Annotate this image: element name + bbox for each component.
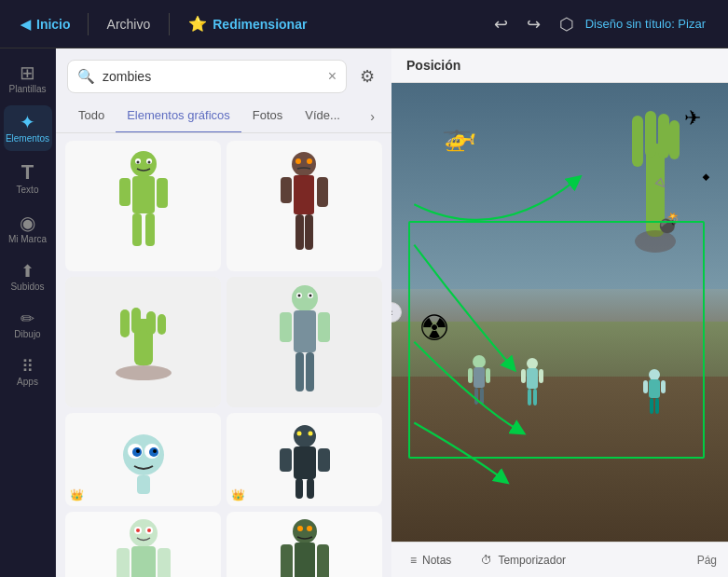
svg-point-50 [308, 432, 312, 436]
clear-search-button[interactable]: × [328, 69, 337, 84]
share-button[interactable]: ⬡ [552, 8, 582, 40]
svg-rect-46 [318, 448, 330, 472]
svg-point-120 [527, 358, 538, 369]
position-header: Posición [391, 48, 728, 83]
elements-grid: 👑 👑 [56, 133, 391, 577]
filter-button[interactable]: ⚙ [354, 61, 380, 92]
grid-item[interactable] [227, 141, 382, 271]
texto-icon: T [21, 162, 34, 183]
scene-background: 🚁 ✈ ⬥ ☢ [391, 83, 728, 542]
page-indicator: Pág [697, 554, 717, 567]
bomb-icon: 💣 [657, 212, 680, 234]
redo-button[interactable]: ↪ [519, 8, 548, 40]
timer-label: Temporizador [498, 554, 566, 567]
plantillas-label: Plantillas [8, 85, 46, 94]
svg-rect-110 [645, 111, 656, 158]
svg-rect-16 [305, 214, 313, 250]
nav-separator-2 [169, 13, 170, 35]
svg-point-40 [136, 449, 140, 453]
filter-icon: ⚙ [360, 67, 375, 86]
grid-item[interactable]: 👑 [227, 512, 382, 577]
svg-rect-111 [658, 114, 669, 158]
svg-rect-30 [306, 352, 314, 392]
svg-rect-53 [117, 548, 130, 577]
svg-rect-54 [158, 548, 171, 577]
svg-rect-64 [317, 544, 329, 577]
svg-rect-124 [528, 389, 531, 405]
timer-button[interactable]: ⏱ Temporizador [474, 550, 573, 570]
sidebar-item-elementos[interactable]: ✦ Elementos [4, 105, 52, 151]
svg-rect-118 [474, 388, 478, 405]
sidebar-item-subidos[interactable]: ⬆ Subidos [4, 255, 52, 299]
svg-rect-131 [655, 398, 659, 414]
back-button[interactable]: ◀ Inicio [11, 11, 80, 37]
zombie-small-3 [641, 368, 667, 422]
jet-2: ⬥ [701, 166, 711, 185]
svg-rect-130 [650, 398, 653, 414]
svg-point-43 [294, 425, 316, 447]
svg-point-49 [296, 432, 301, 436]
svg-rect-127 [649, 379, 660, 398]
apps-icon: ⠿ [21, 358, 34, 375]
texto-label: Texto [17, 185, 39, 195]
tab-video[interactable]: Víde... [294, 101, 351, 133]
grid-item[interactable] [227, 277, 382, 407]
svg-rect-128 [643, 380, 648, 393]
svg-rect-125 [533, 389, 537, 405]
marca-label: Mi Marca [8, 235, 47, 244]
undo-icon: ↩ [494, 14, 508, 34]
resize-button[interactable]: ⭐ Redimensionar [177, 9, 318, 38]
sidebar-item-dibujo[interactable]: ✏ Dibujo [4, 303, 52, 347]
svg-rect-14 [317, 177, 328, 207]
timer-icon: ⏱ [481, 554, 492, 567]
svg-rect-27 [280, 312, 292, 342]
zombie-image-6 [227, 413, 382, 506]
zombie-image-5 [65, 413, 221, 506]
search-input[interactable] [103, 69, 321, 84]
search-bar: 🔍 × ⚙ [56, 48, 391, 101]
elementos-label: Elementos [6, 134, 49, 144]
tab-todo[interactable]: Todo [67, 101, 116, 133]
sidebar-item-texto[interactable]: T Texto [4, 155, 52, 202]
svg-rect-22 [146, 311, 156, 335]
sidebar-item-plantillas[interactable]: ⊞ Plantillas [4, 56, 52, 102]
zombie-image-8 [227, 512, 382, 577]
notes-button[interactable]: ≡ Notas [403, 550, 459, 570]
subidos-icon: ⬆ [21, 263, 34, 280]
svg-rect-21 [131, 308, 141, 334]
share-icon: ⬡ [559, 14, 574, 34]
undo-button[interactable]: ↩ [487, 8, 515, 40]
tab-fotos[interactable]: Fotos [241, 101, 295, 133]
svg-point-61 [293, 519, 317, 543]
sidebar-item-apps[interactable]: ⠿ Apps [4, 350, 52, 394]
collapse-panel-button[interactable]: ‹ [391, 302, 402, 323]
grid-item[interactable]: 👑 [227, 413, 382, 506]
right-panel: Posición 🚁 ✈ ⬥ ☢ [391, 48, 728, 577]
elementos-icon: ✦ [20, 113, 35, 131]
svg-point-67 [297, 526, 303, 531]
grid-item[interactable]: 👑 [65, 413, 221, 506]
svg-rect-44 [294, 446, 316, 479]
svg-rect-122 [521, 369, 526, 383]
svg-rect-62 [295, 543, 315, 577]
svg-rect-52 [131, 546, 156, 577]
svg-point-114 [473, 355, 486, 368]
bottom-bar: ≡ Notas ⏱ Temporizador Pág [391, 542, 728, 577]
svg-point-126 [649, 369, 660, 380]
archivo-button[interactable]: Archivo [96, 11, 162, 37]
grid-item[interactable]: 👑 [65, 512, 221, 577]
svg-point-68 [307, 526, 312, 531]
svg-point-34 [309, 295, 311, 297]
canvas-area[interactable]: 🚁 ✈ ⬥ ☢ [391, 83, 728, 542]
tabs-chevron-icon[interactable]: › [364, 105, 380, 128]
tab-graficos[interactable]: Elementos gráficos [116, 101, 241, 133]
sidebar-item-marca[interactable]: ◉ Mi Marca [4, 206, 52, 252]
svg-point-33 [297, 295, 300, 297]
svg-point-10 [292, 152, 316, 176]
svg-rect-5 [145, 213, 155, 246]
grid-item[interactable] [65, 277, 221, 407]
svg-rect-26 [294, 310, 316, 352]
svg-rect-109 [632, 116, 643, 167]
svg-point-59 [136, 529, 140, 532]
grid-item[interactable] [65, 141, 221, 271]
